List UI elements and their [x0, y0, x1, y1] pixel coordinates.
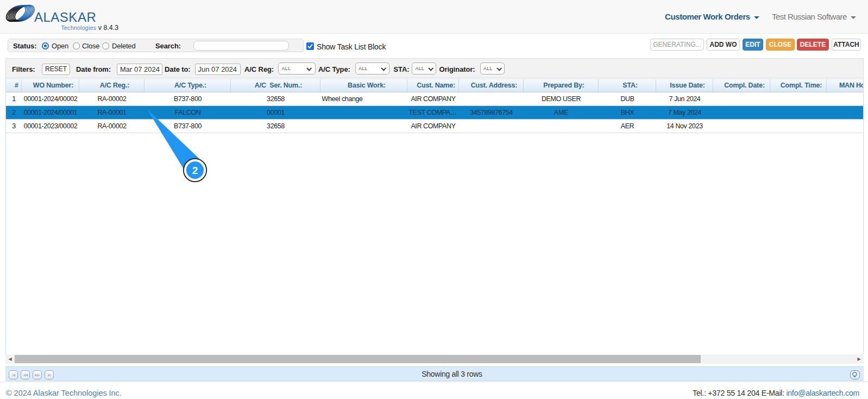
svg-text:2: 2 [192, 165, 198, 176]
svg-text:ALASKAR: ALASKAR [34, 10, 96, 24]
svg-text:v 8.4.3: v 8.4.3 [98, 24, 119, 32]
svg-text:Technologies: Technologies [61, 24, 96, 31]
